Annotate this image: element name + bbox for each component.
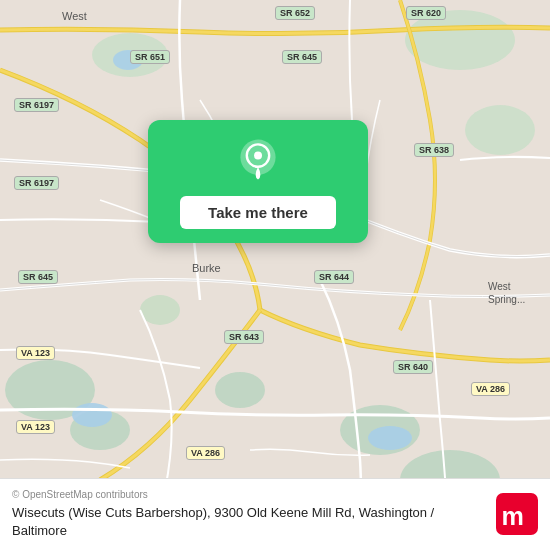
svg-point-2 <box>405 10 515 70</box>
svg-point-10 <box>113 50 143 70</box>
svg-text:m: m <box>502 503 524 531</box>
svg-point-11 <box>72 403 112 427</box>
take-me-there-button[interactable]: Take me there <box>180 196 336 229</box>
info-bar: © OpenStreetMap contributors Wisecuts (W… <box>0 478 550 550</box>
location-name-text: Wisecuts (Wise Cuts Barbershop), 9300 Ol… <box>12 504 484 540</box>
svg-point-12 <box>368 426 412 450</box>
location-card[interactable]: Take me there <box>148 120 368 243</box>
moovit-icon: m <box>496 493 538 535</box>
moovit-logo: m <box>496 493 538 535</box>
svg-point-16 <box>254 152 262 160</box>
map-container: West Burke WestSpring... SR 652 SR 620 S… <box>0 0 550 550</box>
svg-point-8 <box>215 372 265 408</box>
svg-point-3 <box>465 105 535 155</box>
attribution-text: © OpenStreetMap contributors <box>12 489 484 500</box>
info-text: © OpenStreetMap contributors Wisecuts (W… <box>12 489 484 540</box>
map-background <box>0 0 550 550</box>
location-pin-icon <box>234 138 282 186</box>
